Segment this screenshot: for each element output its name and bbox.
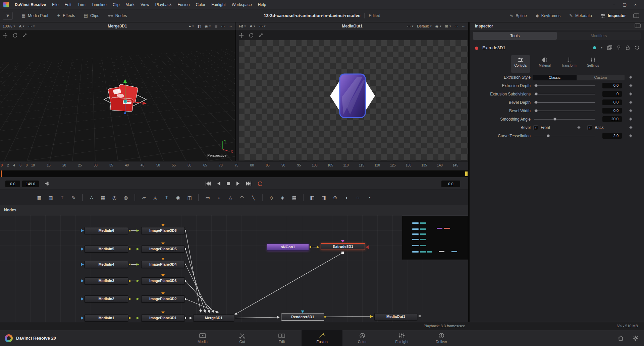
menu-item[interactable]: Playback bbox=[152, 0, 175, 9]
prender-tool-icon[interactable]: ◍ bbox=[121, 193, 130, 202]
left-viewer-split-icon[interactable]: ◧ bbox=[198, 24, 201, 28]
tab-tools[interactable]: Tools bbox=[473, 32, 557, 40]
node-extrude3d1[interactable]: Extrude3D1 bbox=[321, 243, 365, 250]
timeline-scrubber[interactable] bbox=[0, 170, 468, 177]
keyframe-diamond[interactable] bbox=[629, 92, 633, 96]
node-mediaout1[interactable]: MediaOut1 bbox=[374, 313, 417, 320]
paint-tool-icon[interactable]: ✎ bbox=[69, 193, 78, 202]
render-range-end-marker[interactable] bbox=[465, 171, 468, 176]
transform-tool-icon[interactable]: ⊕ bbox=[331, 193, 339, 202]
close-button[interactable]: × bbox=[634, 2, 637, 7]
page-fusion[interactable]: Fusion bbox=[302, 330, 342, 346]
toolbar-separator[interactable] bbox=[198, 194, 199, 201]
curve-tessellation-value[interactable]: 2.0 bbox=[602, 133, 622, 139]
menu-item[interactable]: Trim bbox=[74, 0, 89, 9]
node-imageplane3d6[interactable]: ImagePlane3D6 bbox=[141, 227, 185, 234]
node-graph[interactable]: MediaIn6 ImagePlane3D6 MediaIn5 ImagePla… bbox=[0, 215, 468, 322]
settings-gear-icon[interactable] bbox=[633, 335, 639, 341]
keyframe-diamond[interactable] bbox=[629, 101, 633, 104]
menu-item[interactable]: Help bbox=[255, 0, 269, 9]
menu-item[interactable]: Timeline bbox=[89, 0, 110, 9]
scale-icon[interactable] bbox=[22, 33, 27, 38]
menu-item[interactable]: Mark bbox=[122, 0, 138, 9]
page-edit[interactable]: Edit bbox=[262, 330, 302, 346]
pan-icon[interactable] bbox=[3, 33, 8, 38]
nodes-options-icon[interactable]: ⋯ bbox=[459, 205, 464, 215]
node-imageplane3d4[interactable]: ImagePlane3D4 bbox=[141, 261, 185, 268]
textplus-tool-icon[interactable]: T bbox=[58, 193, 66, 202]
bspline-mask-tool-icon[interactable]: ◠ bbox=[237, 193, 246, 202]
right-viewer-zoom-dropdown[interactable]: Fit▾ bbox=[239, 24, 246, 28]
subtab-transform[interactable]: Transform bbox=[559, 55, 579, 73]
right-viewer-lut-dropdown[interactable]: Default▾ bbox=[417, 24, 431, 28]
node-sngon1[interactable]: sNGon1 bbox=[267, 244, 309, 251]
node-imageplane3d1[interactable]: ImagePlane3D1 bbox=[141, 315, 185, 322]
toolbar-separator[interactable] bbox=[82, 194, 83, 201]
left-viewer-frame-icon[interactable]: ▭ bbox=[221, 24, 225, 28]
node-imageplane3d2[interactable]: ImagePlane3D2 bbox=[141, 295, 185, 302]
node-mediain2[interactable]: MediaIn2 bbox=[85, 295, 128, 302]
effects-button[interactable]: ✦ Effects bbox=[57, 13, 75, 18]
extrusion-style-classic-button[interactable]: Classic bbox=[533, 75, 577, 80]
bevel-width-value[interactable]: 0.0 bbox=[602, 108, 622, 114]
node-merge3d1[interactable]: Merge3D1 bbox=[193, 315, 234, 322]
page-color[interactable]: Color bbox=[342, 330, 382, 346]
bevel-back-checkbox[interactable]: ✓ bbox=[587, 125, 592, 130]
rectangle-mask-tool-icon[interactable]: ▭ bbox=[203, 193, 212, 202]
subtab-settings[interactable]: Settings bbox=[583, 55, 603, 73]
menu-item[interactable]: Fairlight bbox=[208, 0, 229, 9]
right-viewer-channel-dropdown[interactable]: ◉▾ bbox=[435, 24, 441, 28]
extrusion-style-custom-button[interactable]: Custom bbox=[577, 75, 625, 80]
panel-layout-icon[interactable] bbox=[633, 13, 639, 18]
node-renderer3d1[interactable]: Renderer3D1 bbox=[281, 314, 324, 321]
keyframes-button[interactable]: ◆ Keyframes bbox=[536, 13, 560, 18]
bevel-width-slider[interactable] bbox=[534, 111, 595, 111]
menu-item[interactable]: Workspace bbox=[229, 0, 255, 9]
nodes-button[interactable]: Nodes bbox=[108, 13, 127, 18]
timeline-ruler[interactable]: 0246810152025303540455055606570758085909… bbox=[0, 161, 468, 170]
audio-mute-icon[interactable] bbox=[44, 181, 50, 186]
inspector-button[interactable]: Inspector bbox=[601, 13, 626, 18]
shape3d-tool-icon[interactable]: ◬ bbox=[151, 193, 160, 202]
keyframe-diamond[interactable] bbox=[577, 126, 581, 129]
text3d-tool-icon[interactable]: T bbox=[162, 193, 171, 202]
go-to-end-button[interactable] bbox=[246, 181, 252, 186]
keyframe-diamond[interactable] bbox=[629, 109, 633, 113]
node-mediain4[interactable]: MediaIn4 bbox=[85, 261, 128, 268]
clips-button[interactable]: ▤ Clips bbox=[84, 13, 99, 18]
perspective-label[interactable]: Perspective bbox=[207, 153, 226, 157]
right-viewer-stereo-dropdown[interactable]: ▭▾ bbox=[407, 24, 413, 28]
background-tool-icon[interactable]: ▩ bbox=[35, 193, 44, 202]
go-to-start-button[interactable] bbox=[205, 181, 211, 186]
subtab-material[interactable]: Material bbox=[535, 55, 554, 73]
right-viewer-grid-dropdown[interactable]: ⊞▾ bbox=[445, 24, 451, 28]
menu-item[interactable]: Edit bbox=[62, 0, 75, 9]
node-imageplane3d3[interactable]: ImagePlane3D3 bbox=[141, 277, 185, 284]
keyframe-diamond[interactable] bbox=[629, 118, 633, 121]
left-viewer-display-dropdown[interactable]: ▭▾ bbox=[29, 24, 35, 28]
left-viewer-grid-icon[interactable]: ⊞ bbox=[214, 24, 217, 28]
lock-icon[interactable] bbox=[626, 45, 630, 50]
menu-item[interactable]: Clip bbox=[110, 0, 123, 9]
left-viewer-channel-dropdown[interactable]: ◉▾ bbox=[205, 24, 211, 28]
panel-collapse-button[interactable]: ▾ bbox=[3, 12, 13, 20]
polygon-mask-tool-icon[interactable]: △ bbox=[226, 193, 235, 202]
pimageemitter-tool-icon[interactable]: ▦ bbox=[99, 193, 107, 202]
right-viewer-options-icon[interactable]: ⋯ bbox=[462, 24, 466, 28]
menu-item[interactable]: Fusion bbox=[175, 0, 193, 9]
right-viewer-canvas[interactable] bbox=[236, 30, 468, 161]
planartracker-tool-icon[interactable]: ◈ bbox=[278, 193, 287, 202]
maximize-button[interactable]: ▢ bbox=[623, 2, 627, 7]
node-mediain6[interactable]: MediaIn6 bbox=[85, 227, 128, 234]
toolbar-separator[interactable] bbox=[135, 194, 135, 201]
left-viewer-options-icon[interactable]: ⋯ bbox=[228, 24, 232, 28]
toolbar-separator[interactable] bbox=[303, 194, 304, 201]
rotate-icon[interactable] bbox=[12, 33, 17, 38]
bevel-depth-value[interactable]: 0.0 bbox=[602, 99, 622, 105]
toolbar-separator[interactable] bbox=[262, 194, 263, 201]
node-color-dot-icon[interactable] bbox=[475, 47, 478, 50]
play-button[interactable] bbox=[236, 181, 240, 186]
smoothing-angle-value[interactable]: 20.0 bbox=[602, 116, 622, 122]
loop-button[interactable] bbox=[257, 181, 263, 186]
range-end-field[interactable]: 149.0 bbox=[22, 181, 39, 187]
